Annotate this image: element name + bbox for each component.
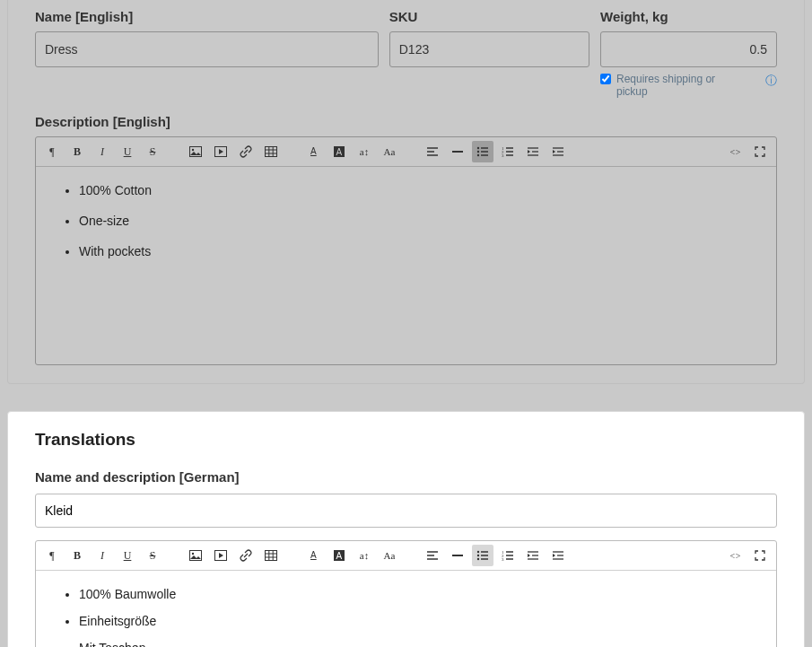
numbered-list-icon[interactable]: 123 (497, 545, 519, 566)
italic-icon[interactable]: I (92, 141, 113, 162)
text-color-icon[interactable]: A (303, 141, 325, 162)
svg-text:3: 3 (502, 153, 504, 157)
weight-input[interactable] (600, 31, 777, 67)
hr-icon[interactable] (447, 141, 468, 162)
sku-field: SKU (389, 9, 589, 98)
bullet-item: Mit Taschen (79, 641, 764, 647)
bold-icon[interactable]: B (66, 545, 88, 566)
translation-editor: ¶ B I U S A A a↕ Aa 123 < > (35, 540, 777, 647)
svg-text:A: A (336, 551, 343, 561)
bg-color-icon[interactable]: A (328, 545, 350, 566)
bold-icon[interactable]: B (66, 141, 88, 162)
strike-icon[interactable]: S (142, 141, 163, 162)
translations-card: Translations Name and description [Germa… (7, 411, 805, 647)
paragraph-icon[interactable]: ¶ (41, 545, 63, 566)
shipping-row: Requires shipping or pickup ⓘ (600, 73, 777, 98)
bullet-item: With pockets (79, 244, 764, 258)
svg-text:A: A (310, 146, 317, 156)
numbered-list-icon[interactable]: 123 (497, 141, 519, 162)
svg-rect-3 (266, 147, 277, 157)
svg-point-1 (192, 149, 194, 151)
strike-icon[interactable]: S (142, 545, 163, 566)
bullet-item: One-size (79, 214, 764, 228)
svg-text:A: A (336, 147, 343, 157)
requires-shipping-label: Requires shipping or pickup (616, 73, 724, 98)
image-icon[interactable] (185, 545, 206, 566)
name-input[interactable] (35, 31, 379, 67)
fullscreen-icon[interactable] (749, 545, 771, 566)
bg-color-icon[interactable]: A (328, 141, 350, 162)
description-label: Description [English] (35, 114, 777, 129)
italic-icon[interactable]: I (92, 545, 113, 566)
svg-point-50 (477, 555, 479, 556)
translation-name-input[interactable] (35, 494, 777, 528)
bullet-list-icon[interactable] (472, 545, 493, 566)
sku-label: SKU (389, 9, 589, 24)
table-icon[interactable] (260, 141, 282, 162)
text-color-icon[interactable]: A (303, 545, 325, 566)
outdent-icon[interactable] (522, 545, 544, 566)
info-icon[interactable]: ⓘ (765, 73, 777, 89)
fullscreen-icon[interactable] (749, 141, 771, 162)
name-field: Name [English] (35, 9, 379, 98)
outdent-icon[interactable] (522, 141, 544, 162)
font-size-icon[interactable]: a↕ (354, 545, 375, 566)
underline-icon[interactable]: U (117, 141, 138, 162)
paragraph-icon[interactable]: ¶ (41, 141, 63, 162)
font-case-icon[interactable]: Aa (379, 545, 400, 566)
requires-shipping-checkbox[interactable] (600, 74, 611, 84)
svg-point-15 (477, 147, 479, 149)
link-icon[interactable] (235, 545, 257, 566)
svg-rect-36 (266, 551, 277, 561)
sku-input[interactable] (389, 31, 589, 67)
bullet-list-icon[interactable] (472, 141, 493, 162)
translation-toolbar: ¶ B I U S A A a↕ Aa 123 < > (36, 541, 776, 571)
align-icon[interactable] (422, 545, 443, 566)
svg-point-48 (477, 551, 479, 553)
product-general-card: Name [English] SKU Weight, kg Requires s… (7, 0, 805, 384)
video-icon[interactable] (210, 545, 231, 566)
indent-icon[interactable] (547, 141, 569, 162)
svg-point-52 (477, 558, 479, 560)
translations-heading: Translations (35, 430, 777, 450)
image-icon[interactable] (185, 141, 206, 162)
description-content[interactable]: 100% Cotton One-size With pockets (36, 167, 776, 364)
weight-field: Weight, kg Requires shipping or pickup ⓘ (600, 9, 777, 98)
svg-text:3: 3 (502, 557, 504, 561)
code-view-icon[interactable]: < > (724, 141, 746, 162)
svg-point-19 (477, 154, 479, 156)
bullet-item: Einheitsgröße (79, 614, 764, 628)
description-editor: ¶ B I U S A A a↕ Aa 123 < > (35, 136, 777, 365)
table-icon[interactable] (260, 545, 282, 566)
align-icon[interactable] (422, 141, 443, 162)
link-icon[interactable] (235, 141, 257, 162)
bullet-item: 100% Cotton (79, 183, 764, 197)
svg-text:A: A (310, 550, 317, 560)
bullet-item: 100% Baumwolle (79, 587, 764, 601)
font-case-icon[interactable]: Aa (379, 141, 400, 162)
editor-toolbar: ¶ B I U S A A a↕ Aa 123 < > (36, 137, 776, 167)
translation-content[interactable]: 100% Baumwolle Einheitsgröße Mit Taschen (36, 571, 776, 647)
code-view-icon[interactable]: < > (724, 545, 746, 566)
font-size-icon[interactable]: a↕ (354, 141, 375, 162)
indent-icon[interactable] (547, 545, 569, 566)
underline-icon[interactable]: U (117, 545, 138, 566)
weight-label: Weight, kg (600, 9, 777, 24)
translation-sub-label: Name and description [German] (35, 469, 777, 485)
svg-point-34 (192, 553, 194, 555)
svg-point-17 (477, 151, 479, 153)
video-icon[interactable] (210, 141, 231, 162)
name-label: Name [English] (35, 9, 379, 24)
top-row: Name [English] SKU Weight, kg Requires s… (35, 9, 777, 98)
hr-icon[interactable] (447, 545, 468, 566)
